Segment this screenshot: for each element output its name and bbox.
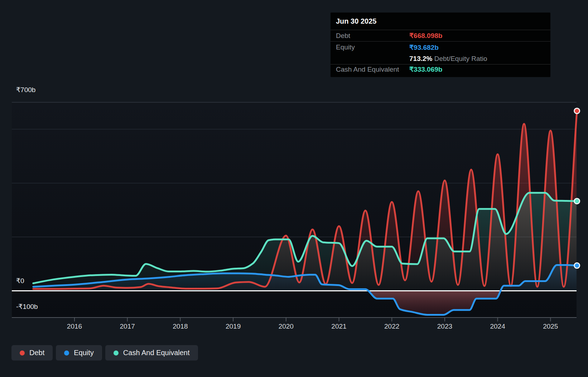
legend-cash-label: Cash And Equivalent <box>123 349 190 357</box>
y-axis-label-neg100b: -₹100b <box>16 303 38 311</box>
x-axis-label-2025: 2025 <box>543 323 558 330</box>
tooltip-row-debt: Debt ₹668.098b <box>331 30 550 42</box>
x-axis-label-2021: 2021 <box>331 323 346 330</box>
x-axis-label-2017: 2017 <box>120 323 135 330</box>
tooltip-equity-value: ₹93.682b <box>409 43 439 52</box>
tooltip-cash-label: Cash And Equivalent <box>336 66 409 73</box>
tooltip-date: Jun 30 2025 <box>331 13 550 30</box>
legend-item-debt[interactable]: Debt <box>11 345 53 361</box>
legend-debt-label: Debt <box>29 349 44 357</box>
tooltip-row-equity: Equity ₹93.682b <box>331 42 550 53</box>
cash-series-dot-icon <box>114 350 119 355</box>
equity-endpoint-marker[interactable] <box>574 263 580 268</box>
equity-series-dot-icon <box>64 350 69 355</box>
tooltip-row-ratio: 713.2% Debt/Equity Ratio <box>331 53 550 65</box>
debt-equity-history-panel: ₹700b ₹0 -₹100b 201620172018201920202021… <box>0 0 588 377</box>
chart-tooltip: Jun 30 2025 Debt ₹668.098b Equity ₹93.68… <box>331 13 550 77</box>
tooltip-ratio-text: Debt/Equity Ratio <box>432 55 487 62</box>
x-axis-label-2023: 2023 <box>437 323 452 330</box>
cash-and-equivalent-endpoint-marker[interactable] <box>574 199 580 204</box>
chart-legend: Debt Equity Cash And Equivalent <box>11 345 198 361</box>
x-axis-label-2019: 2019 <box>226 323 241 330</box>
y-axis-label-700b: ₹700b <box>16 86 35 94</box>
tooltip-row-cash: Cash And Equivalent ₹333.069b <box>331 65 550 77</box>
tooltip-debt-value: ₹668.098b <box>409 32 442 40</box>
legend-item-equity[interactable]: Equity <box>56 345 102 361</box>
debt-endpoint-marker[interactable] <box>574 108 580 114</box>
tooltip-cash-value: ₹333.069b <box>409 65 442 73</box>
tooltip-debt-label: Debt <box>336 32 409 40</box>
y-axis-label-0: ₹0 <box>16 277 24 285</box>
x-axis-year-labels: 2016201720182019202020212022202320242025 <box>0 323 588 332</box>
x-axis-label-2018: 2018 <box>173 323 188 330</box>
x-axis-label-2024: 2024 <box>490 323 505 330</box>
legend-equity-label: Equity <box>74 349 94 357</box>
x-axis-label-2022: 2022 <box>384 323 399 330</box>
legend-item-cash[interactable]: Cash And Equivalent <box>105 345 198 361</box>
x-axis-label-2020: 2020 <box>279 323 294 330</box>
tooltip-ratio-value: 713.2% Debt/Equity Ratio <box>409 55 487 63</box>
x-axis-label-2016: 2016 <box>67 323 82 330</box>
tooltip-ratio-number: 713.2% <box>409 55 432 62</box>
debt-series-dot-icon <box>20 350 25 355</box>
tooltip-equity-label: Equity <box>336 43 409 51</box>
